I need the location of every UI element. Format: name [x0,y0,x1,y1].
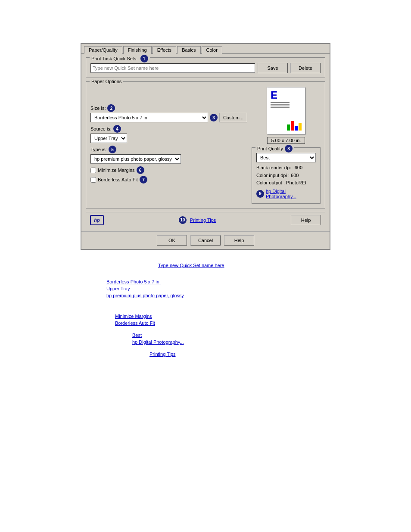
bar-2 [291,121,294,131]
preview-line-1 [271,102,290,103]
link-type[interactable]: hp premium plus photo paper, glossy [106,293,184,298]
tab-finishing[interactable]: Finishing [123,46,152,54]
help-button-footer[interactable]: Help [224,235,254,246]
source-label: Source is: 4 [90,125,247,133]
minimize-margins-checkbox[interactable] [90,168,96,173]
print-quality-box: Print Quality 8 Best Black render dpi : … [252,147,321,204]
bar-1 [287,124,290,131]
preview-line-2 [271,104,290,105]
bar-4 [299,123,302,131]
tab-effects[interactable]: Effects [153,46,176,54]
badge-2: 2 [107,104,115,112]
badge-7: 7 [140,176,147,184]
printing-tips-link[interactable]: Printing Tips [190,218,216,223]
quick-sets-row: Save Delete [90,63,321,73]
badge-5: 5 [109,146,116,153]
badge-4: 4 [113,125,121,133]
digital-photography-link[interactable]: hp Digital Photography... [266,189,316,199]
size-label: Size is: 2 [90,104,247,112]
type-label: Type is: 5 [90,146,247,153]
size-select-row: Borderless Photo 5 x 7 in. 3 Custom... [90,113,247,122]
hp-logo: hp [90,215,104,225]
print-dialog: Paper/Quality Finishing Effects Basics C… [81,43,330,250]
tab-basics[interactable]: Basics [177,46,200,54]
paper-preview: E [267,87,305,134]
preview-line-4 [271,107,290,108]
size-field-row: Size is: 2 Borderless Photo 5 x 7 in. 3 … [90,104,247,122]
quality-select[interactable]: Best [256,153,316,162]
link-borderless[interactable]: Borderless Auto Fit [115,320,155,326]
dialog-body: Print Task Quick Sets 1 Save Delete Pape… [81,54,330,231]
source-field-row: Source is: 4 Upper Tray [90,125,247,143]
preview-lines [271,102,290,108]
paper-options-left: Size is: 2 Borderless Photo 5 x 7 in. 3 … [90,87,247,204]
quick-set-input[interactable] [90,63,255,73]
paper-options-title: Paper Options [90,79,123,84]
type-select[interactable]: hp premium plus photo paper, glossy [90,154,181,164]
custom-button[interactable]: Custom... [219,113,247,122]
quality-info: Black render dpi : 600 Color input dpi :… [256,164,316,187]
preview-letter: E [271,90,277,100]
dialog-footer: OK Cancel Help [81,231,330,249]
bar-3 [295,126,298,131]
size-select[interactable]: Borderless Photo 5 x 7 in. [90,113,208,122]
preview-line-3 [271,106,290,106]
source-select[interactable]: Upper Tray [90,134,127,143]
link-size[interactable]: Borderless Photo 5 x 7 in. [106,279,184,284]
black-render-dpi: Black render dpi : 600 [256,164,316,172]
tab-paper-quality[interactable]: Paper/Quality [84,46,122,54]
tab-color[interactable]: Color [202,46,222,54]
help-button-bottom[interactable]: Help [291,215,321,225]
link-source[interactable]: Upper Tray [106,286,184,291]
borderless-auto-fit-row: Borderless Auto Fit 7 [90,176,247,184]
delete-button[interactable]: Delete [290,63,321,73]
link-printing-tips[interactable]: Printing Tips [149,352,176,357]
save-button[interactable]: Save [258,63,288,73]
link-digital[interactable]: hp Digital Photography... [132,339,184,345]
paper-options-group: Paper Options Size is: 2 Borderless Phot… [86,81,325,208]
bottom-bar: hp 10 Printing Tips Help [86,212,325,228]
link-minimize[interactable]: Minimize Margins [115,314,155,319]
minimize-margins-row: Minimize Margins 6 [90,166,247,174]
badge-3: 3 [210,114,218,121]
type-field-row: Type is: 5 hp premium plus photo paper, … [90,146,247,164]
badge-9: 9 [256,190,264,198]
quick-sets-group: Print Task Quick Sets 1 Save Delete [86,57,325,78]
badge-6: 6 [137,166,144,174]
links-section: Type new Quick Set name here Borderless … [81,263,330,357]
color-input-dpi: Color input dpi : 600 [256,172,316,180]
paper-options-right: E [252,87,321,204]
print-quality-title: Print Quality 8 [255,145,294,152]
ok-button[interactable]: OK [157,235,187,246]
cancel-button[interactable]: Cancel [190,235,221,246]
badge-8: 8 [285,145,293,152]
preview-chart [287,118,302,131]
tab-bar: Paper/Quality Finishing Effects Basics C… [81,44,330,54]
paper-options-content: Size is: 2 Borderless Photo 5 x 7 in. 3 … [90,87,321,204]
link-quick-set[interactable]: Type new Quick Set name here [158,263,224,268]
color-output: Color output : PhotoREt [256,179,316,187]
link-quality[interactable]: Best [132,333,184,338]
badge-1: 1 [140,55,148,62]
borderless-auto-fit-checkbox[interactable] [90,177,96,183]
badge-10: 10 [179,216,187,224]
paper-size-label: 5.00 x 7.00 in. [267,137,305,144]
quick-sets-title: Print Task Quick Sets 1 [90,55,150,62]
